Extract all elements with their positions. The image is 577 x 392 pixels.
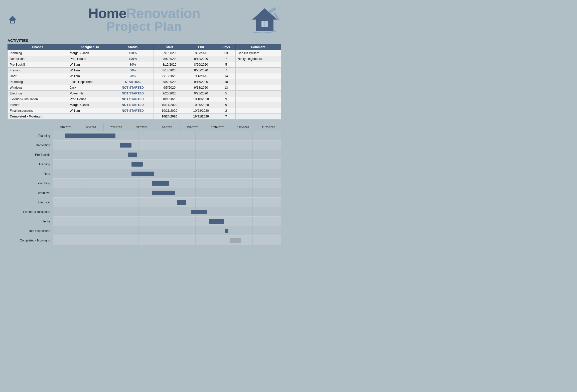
table-cell: 8/20/2020 (185, 62, 217, 68)
gantt-grid-line (53, 207, 53, 216)
gantt-grid-line (281, 131, 281, 140)
gantt-bar (177, 200, 186, 205)
gantt-chart-row (53, 236, 281, 245)
gantt-grid-line (81, 217, 81, 226)
gantt-grid-line (53, 226, 53, 235)
gantt-grid-line (53, 179, 53, 188)
table-cell (235, 108, 281, 114)
gantt-bar (152, 191, 175, 195)
gantt-grid-line (281, 160, 281, 169)
table-cell: Completed - Moving In (8, 114, 68, 119)
table-cell: 10/20/2020 (185, 102, 217, 108)
gantt-grid-line (81, 207, 81, 216)
table-cell: Demolition (8, 56, 68, 62)
table-row: PlumbingLocal RepairmanSTARTING9/5/20209… (8, 79, 281, 85)
gantt-grid-line (252, 236, 253, 245)
gantt-grid-line (138, 188, 138, 197)
gantt-row-label: Completed - Moving In (8, 236, 53, 245)
gantt-grid-line (281, 217, 281, 226)
gantt-grid-line (252, 131, 253, 140)
gantt-grid-line (110, 198, 110, 207)
gantt-row-label: Pre Backfill (8, 150, 53, 160)
table-cell: Pre Backfill (8, 62, 68, 68)
gantt-grid-line (252, 217, 253, 226)
table-cell: 10/24/2020 (154, 114, 185, 119)
gantt-grid-line (195, 198, 196, 207)
gantt-grid-line (252, 169, 253, 178)
gantt-grid-line (138, 236, 138, 245)
gantt-grid-line (110, 160, 110, 169)
col-end: End (185, 44, 217, 50)
table-cell (235, 68, 281, 73)
gantt-bar (131, 172, 154, 176)
table-cell: 7 (217, 114, 235, 119)
table-cell: 9/5/2020 (154, 85, 185, 91)
table-cell: NOT STARTED (112, 108, 154, 114)
gantt-chart-row (53, 160, 281, 169)
gantt-row-label: Electrical (8, 198, 53, 207)
table-cell: 7/1/2020 (154, 50, 185, 56)
table-cell: NOT STARTED (112, 96, 154, 102)
table-cell: 5 (217, 91, 235, 96)
gantt-grid-line (53, 169, 53, 178)
gantt-grid-line (81, 188, 81, 197)
table-cell: 10/10/2020 (185, 96, 217, 102)
gantt-grid-line (224, 141, 224, 150)
gantt-grid-line (281, 207, 281, 216)
gantt-grid-line (53, 150, 53, 159)
gantt-grid-line (224, 198, 224, 207)
gantt-grid-line (281, 226, 281, 235)
gantt-grid-line (53, 198, 53, 207)
gantt-grid-line (195, 131, 196, 140)
gantt-grid-line (252, 198, 253, 207)
gantt-row-label: Final Inspections (8, 226, 53, 236)
table-cell: 7 (217, 68, 235, 73)
table-cell: 2 (217, 108, 235, 114)
col-status: Status (112, 44, 154, 50)
table-cell: 100% (112, 50, 154, 56)
gantt-grid-line (224, 236, 224, 245)
gantt-grid-line (281, 179, 281, 188)
gantt-date: 7/28/2020 (103, 123, 129, 131)
gantt-label-header (8, 123, 53, 131)
gantt-chart-row (53, 150, 281, 160)
gantt-grid-line (281, 198, 281, 207)
gantt-row-label: Demolition (8, 141, 53, 150)
table-cell: NOT STARTED (112, 85, 154, 91)
table-cell: 9/5/2020 (154, 79, 185, 85)
table-cell: 9 (217, 96, 235, 102)
gantt-grid-line (252, 188, 253, 197)
gantt-grid-line (252, 207, 253, 216)
gantt-grid-line (224, 226, 224, 235)
table-row: FramingWilliam50%8/18/20208/25/20207 (8, 68, 281, 73)
gantt-grid-line (167, 150, 167, 159)
table-cell: Windows (8, 85, 68, 91)
logo-icon (248, 6, 281, 33)
gantt-grid-line (110, 188, 110, 197)
gantt-grid-line (138, 217, 138, 226)
gantt-grid-line (167, 198, 167, 207)
table-cell: Interior (8, 102, 68, 108)
gantt-grid-line (224, 160, 224, 169)
gantt-grid-line (138, 226, 138, 235)
gantt-bar (120, 143, 131, 148)
table-cell: William (68, 73, 112, 79)
gantt-dates-row: 6/18/20207/8/20207/28/20208/17/20209/6/2… (53, 123, 281, 131)
gantt-chart: 6/18/20207/8/20207/28/20208/17/20209/6/2… (53, 123, 281, 245)
gantt-container: PlanningDemolitionPre BackfillFramingRoo… (8, 123, 281, 245)
gantt-bar (230, 238, 241, 243)
gantt-grid-line (195, 141, 196, 150)
table-cell: 8/3/2020 (185, 50, 217, 56)
gantt-grid-line (224, 150, 224, 159)
table-cell: 9/15/2020 (185, 79, 217, 85)
gantt-chart-row (53, 169, 281, 179)
table-cell: 10/1/2020 (154, 96, 185, 102)
gantt-grid-line (224, 207, 224, 216)
table-cell: 7 (217, 56, 235, 62)
gantt-grid-line (138, 207, 138, 216)
gantt-row-label: Interior (8, 217, 53, 226)
table-cell: 5 (217, 62, 235, 68)
gantt-grid-line (53, 141, 53, 150)
gantt-grid-line (224, 131, 224, 140)
gantt-grid-line (281, 150, 281, 159)
